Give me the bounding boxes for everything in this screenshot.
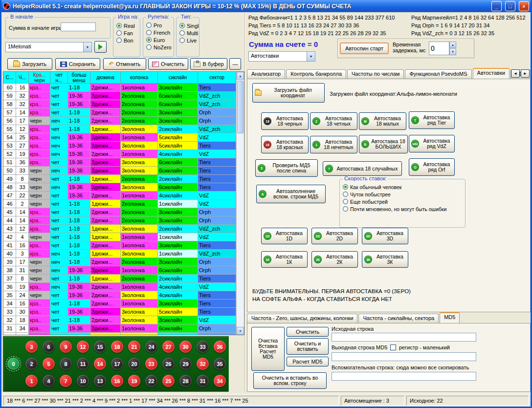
bet-button-5[interactable]: 18Автоставка 18 красных bbox=[261, 136, 309, 153]
roulette-number-25[interactable]: 25 bbox=[162, 375, 175, 387]
bet-button-17[interactable]: 2КАвтоставка 2К bbox=[311, 251, 358, 268]
roulette-number-36[interactable]: 36 bbox=[214, 341, 226, 353]
roulette-number-21[interactable]: 21 bbox=[128, 341, 140, 353]
scroll-down-button[interactable]: ▼ bbox=[237, 327, 244, 335]
bet-button-3[interactable]: MАвтоставка 18 малых bbox=[359, 112, 406, 130]
bet-button-9[interactable]: 5Проверить МД5 после спина bbox=[255, 159, 318, 177]
tab-Частота - Zero, шансы, дюжины, колонки[interactable]: Частота - Zero, шансы, дюжины, колонки bbox=[247, 314, 357, 323]
md5-clear-paste-button[interactable]: Очистить и вставить bbox=[287, 338, 329, 355]
roulette-number-19[interactable]: 19 bbox=[128, 375, 140, 387]
roulette-number-26[interactable]: 26 bbox=[162, 358, 175, 370]
table-row[interactable]: 498чернчет1-181дюжи...2колонка2сиклайнTi… bbox=[3, 175, 244, 183]
roulette-number-24[interactable]: 24 bbox=[145, 341, 157, 353]
column-header-3[interactable]: четн... bbox=[50, 72, 68, 84]
md5-stack-button[interactable]: Очистка Вставка Расчет MD5 bbox=[251, 327, 285, 371]
radio-option-Bon[interactable]: Bon bbox=[113, 37, 140, 44]
roulette-number-23[interactable]: 23 bbox=[145, 358, 157, 370]
column-header-5[interactable]: дюжина bbox=[90, 72, 121, 84]
output-string-input[interactable] bbox=[332, 352, 476, 361]
bet-button-12[interactable]: AАвтозаполнение вспом. строки МД5 bbox=[256, 185, 326, 203]
column-header-1[interactable]: Ч... bbox=[16, 72, 29, 84]
table-row[interactable]: 5136кра..чет19-363дюжи...3колонка6сиклай… bbox=[3, 158, 244, 167]
roulette-number-2[interactable]: 2 bbox=[25, 358, 38, 370]
tabs-scroll-right-button[interactable]: ► bbox=[521, 69, 530, 78]
bet-button-6[interactable]: 1Автоставка 18 нечетных bbox=[310, 136, 357, 153]
table-row[interactable]: 5714кра..чет1-182дюжи...2колонка3сиклайн… bbox=[3, 108, 244, 117]
maximize-button[interactable]: □ bbox=[505, 1, 515, 11]
bet-button-18[interactable]: 3КАвтоставка 3К bbox=[362, 251, 408, 268]
table-row[interactable]: 5932кра..чет19-363дюжи...2колонка6сиклай… bbox=[3, 92, 244, 100]
roulette-number-6[interactable]: 6 bbox=[43, 341, 55, 353]
table-row[interactable]: 378чернчет1-181дюжи...2колонка2сиклайнTi… bbox=[3, 275, 244, 283]
autospin-start-button[interactable]: Автоспин старт bbox=[340, 43, 389, 54]
profile-combobox[interactable]: 1Melonati ▼ bbox=[5, 42, 92, 52]
roulette-number-35[interactable]: 35 bbox=[214, 358, 226, 370]
radio-option-Еще побыстрей[interactable]: Еще побыстрей bbox=[340, 198, 465, 205]
tab-Функционал PsevdoMS[interactable]: Функционал PsevdoMS bbox=[405, 69, 471, 79]
roulette-number-8[interactable]: 8 bbox=[60, 358, 72, 370]
radio-option-Live[interactable]: Live bbox=[177, 37, 199, 44]
column-header-6[interactable]: колонка bbox=[121, 72, 158, 84]
scroll-up-button[interactable]: ▲ bbox=[237, 72, 244, 80]
chevron-down-icon[interactable]: ▼ bbox=[307, 52, 315, 61]
roulette-number-20[interactable]: 20 bbox=[128, 358, 140, 370]
table-row[interactable]: 5219кра..неч19-362дюжи...1колонка4сиклай… bbox=[3, 150, 244, 158]
tab-Частота - сиклайны, сектора[interactable]: Частота - сиклайны, сектора bbox=[358, 314, 439, 323]
load-coordinates-button[interactable]: Загрузить файл координат bbox=[252, 83, 325, 103]
tab-Частоты по числам[interactable]: Частоты по числам bbox=[347, 69, 404, 79]
column-header-2[interactable]: Кра...черн bbox=[29, 72, 50, 84]
table-row[interactable]: 4722чернчет19-362дюжи...1колонка4сиклайн… bbox=[3, 192, 244, 200]
roulette-number-28[interactable]: 28 bbox=[179, 375, 192, 387]
tabs-scroll-left-button[interactable]: ◄ bbox=[511, 69, 520, 78]
column-header-0[interactable]: С... bbox=[3, 72, 16, 84]
bet-button-13[interactable]: 1DАвтоставка 1D bbox=[261, 228, 308, 244]
autobets-combobox[interactable]: Автоставки ▼ bbox=[248, 51, 315, 62]
table-row[interactable]: 3524чернчет19-362дюжи...3колонка4сиклайн… bbox=[3, 291, 244, 300]
roulette-number-12[interactable]: 12 bbox=[77, 341, 89, 353]
clear-button[interactable]: Очистить bbox=[148, 58, 188, 70]
lowercase-checkbox[interactable] bbox=[390, 344, 396, 350]
table-row[interactable]: 462чернчет1-181дюжи...2колонка1сиклайнVd… bbox=[3, 200, 244, 208]
table-row[interactable]: 403кра..неч1-181дюжи...3колонка1сиклайнV… bbox=[3, 250, 244, 258]
radio-option-Чуток побыстрее[interactable]: Чуток побыстрее bbox=[340, 191, 465, 198]
radio-option-Pro[interactable]: Pro bbox=[143, 21, 174, 29]
chevron-down-icon[interactable]: ▼ bbox=[83, 43, 91, 52]
save-button[interactable]: Сохранить bbox=[55, 58, 100, 70]
tab-Анализатор[interactable]: Анализатор bbox=[247, 69, 285, 79]
roulette-number-3[interactable]: 3 bbox=[25, 341, 38, 353]
roulette-number-5[interactable]: 5 bbox=[43, 358, 55, 370]
roulette-number-11[interactable]: 11 bbox=[77, 358, 89, 370]
radio-option-Как обычный человек[interactable]: Как обычный человек bbox=[340, 183, 465, 191]
md5-clear-button[interactable]: Очистить bbox=[287, 327, 329, 337]
bet-button-4[interactable]: TАвтоставка ряд Tier bbox=[409, 111, 455, 129]
delay-input[interactable] bbox=[429, 42, 449, 55]
bet-button-16[interactable]: 1КАвтоставка 1К bbox=[261, 251, 308, 268]
column-header-8[interactable]: сектор bbox=[198, 72, 236, 84]
start-sum-input[interactable] bbox=[61, 22, 96, 31]
source-string-input[interactable] bbox=[332, 333, 476, 342]
collapse-button[interactable]: — bbox=[229, 58, 241, 70]
table-row[interactable]: 3619кра..неч19-362дюжи...1колонка4сиклай… bbox=[3, 283, 244, 291]
radio-option-Euro[interactable]: Euro bbox=[143, 36, 174, 43]
bet-button-11[interactable]: OАвтоставка ряд Orf bbox=[409, 158, 455, 176]
table-scrollbar[interactable]: ▲ ▼ bbox=[236, 72, 244, 335]
play-button[interactable] bbox=[94, 41, 107, 53]
spinner-down-button[interactable]: ▼ bbox=[449, 48, 456, 55]
roulette-number-1[interactable]: 1 bbox=[25, 375, 38, 387]
roulette-number-13[interactable]: 13 bbox=[94, 375, 106, 387]
aux-string-input[interactable] bbox=[332, 372, 476, 381]
minimize-button[interactable]: _ bbox=[491, 1, 502, 11]
table-row[interactable]: 309кра..неч1-181дюжи...3колонка2сиклайнO… bbox=[3, 333, 244, 335]
table-row[interactable]: 3330кра..чет19-363дюжи...3колонка5сиклай… bbox=[3, 308, 244, 316]
bet-button-10[interactable]: ?Автоставка 18 случайных bbox=[323, 161, 402, 176]
table-row[interactable]: 5832кра..чет19-363дюжи...2колонка6сиклай… bbox=[3, 100, 244, 108]
roulette-number-14[interactable]: 14 bbox=[94, 358, 106, 370]
tab-MD5[interactable]: MD5 bbox=[440, 312, 460, 323]
table-row[interactable]: 6016кра..чет1-182дюжи...1колонка3сиклайн… bbox=[3, 84, 244, 92]
roulette-number-29[interactable]: 29 bbox=[179, 358, 192, 370]
table-row[interactable]: 4833черннеч19-363дюжи...3колонка6сиклайн… bbox=[3, 183, 244, 192]
roulette-number-27[interactable]: 27 bbox=[162, 341, 175, 353]
roulette-number-30[interactable]: 30 bbox=[179, 341, 192, 353]
load-button[interactable]: Загрузить bbox=[7, 58, 52, 70]
radio-option-Fan[interactable]: Fan bbox=[113, 29, 140, 37]
